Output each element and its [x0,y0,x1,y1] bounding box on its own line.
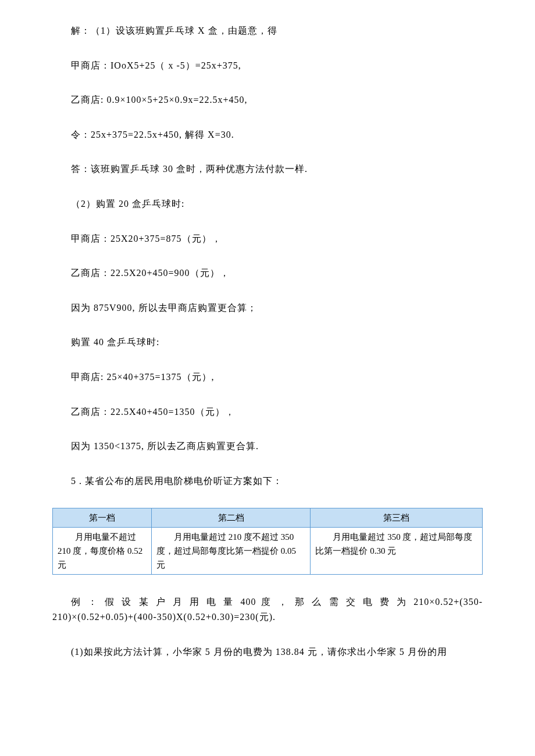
solution-intro: 解：（1）设该班购置乒乓球 X 盒，由题意，得 [52,23,483,38]
store-b-formula: 乙商店: 0.9×100×5+25×0.9x=22.5x+450, [52,92,483,108]
tier-3-header: 第三档 [311,508,483,528]
part2-intro: （2）购置 20 盒乒乓球时: [52,196,483,212]
store-b-calc-20: 乙商店：22.5X20+450=900（元）， [52,266,483,281]
store-b-calc-40: 乙商店：22.5X40+450=1350（元）， [52,404,483,420]
question-1: (1)如果按此方法计算，小华家 5 月份的电费为 138.84 元，请你求出小华… [52,644,483,660]
store-a-formula: 甲商店：IOoX5+25（ x -5）=25x+375, [52,58,483,73]
answer-part1: 答：该班购置乒乓球 30 盒时，两种优惠方法付款一样. [52,162,483,177]
tier-2-header: 第二档 [151,508,310,528]
table-header-row: 第一档 第二档 第三档 [53,508,483,528]
equation-solve: 令：25x+375=22.5x+450, 解得 X=30. [52,127,483,142]
part2-40-intro: 购置 40 盒乒乓球时: [52,335,483,350]
electricity-price-table: 第一档 第二档 第三档 月用电量不超过 210 度，每度价格 0.52 元 月用… [52,508,483,575]
store-a-calc-40: 甲商店: 25×40+375=1375（元）, [52,370,483,385]
example-calculation: 例 ： 假 设 某 户 月 用 电 量 400 度 ， 那 么 需 交 电 费 … [52,594,483,624]
tier-1-description: 月用电量不超过 210 度，每度价格 0.52 元 [53,528,152,575]
table-row: 月用电量不超过 210 度，每度价格 0.52 元 月用电量超过 210 度不超… [53,528,483,575]
tier-1-header: 第一档 [53,508,152,528]
store-a-calc-20: 甲商店：25X20+375=875（元）， [52,231,483,246]
tier-2-description: 月用电量超过 210 度不超过 350 度，超过局部每度比第一档提价 0.05 … [151,528,310,575]
problem-5-intro: 5 . 某省公布的居民用电阶梯电价听证方案如下： [52,474,483,489]
tier-3-description: 月用电量超过 350 度，超过局部每度比第一档提价 0.30 元 [311,528,483,575]
conclusion-20: 因为 875V900, 所以去甲商店购置更合算； [52,300,483,316]
conclusion-40: 因为 1350<1375, 所以去乙商店购置更合算. [52,439,483,454]
